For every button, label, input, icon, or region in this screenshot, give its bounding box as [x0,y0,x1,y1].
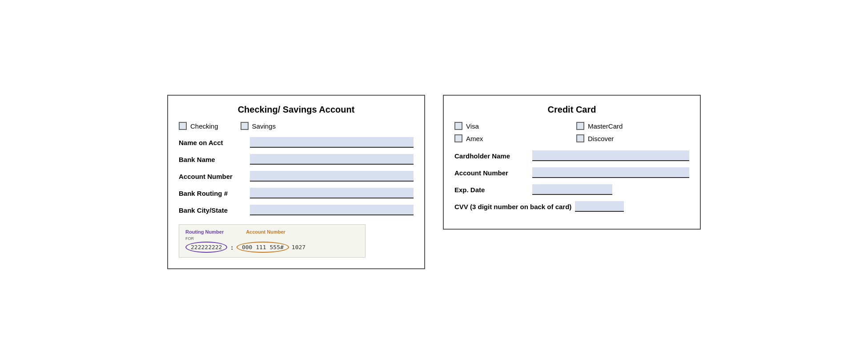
cc-account-number-row: Account Number [454,167,689,178]
name-on-acct-input[interactable] [250,137,414,148]
check-diagram: Routing Number Account Number FOR 222222… [179,224,366,258]
cvv-row: CVV (3 digit number on back of card) [454,201,689,212]
bank-routing-input[interactable] [250,188,414,198]
amex-checkbox[interactable] [454,134,462,142]
savings-label: Savings [252,122,276,130]
bank-city-state-input[interactable] [250,205,414,215]
card-type-checkboxes: Visa MasterCard Amex Discover [454,122,689,142]
discover-checkbox[interactable] [576,134,584,142]
checking-section-title: Checking/ Savings Account [179,105,414,115]
check-numbers: 222222222 : 000 111 555# 1027 [185,242,359,253]
amex-label: Amex [466,135,483,142]
checking-checkbox[interactable] [179,122,187,130]
exp-date-input[interactable] [532,184,612,195]
checking-savings-section: Checking/ Savings Account Checking Savin… [167,95,425,269]
savings-checkbox[interactable] [241,122,249,130]
check-for-line: FOR [185,236,359,241]
check-labels: Routing Number Account Number [185,229,359,235]
savings-checkbox-item[interactable]: Savings [241,122,276,130]
cvv-label: CVV (3 digit number on back of card) [454,203,571,210]
amex-checkbox-item[interactable]: Amex [454,134,567,142]
account-number-check-label: Account Number [246,229,285,235]
account-type-checkboxes: Checking Savings [179,122,414,130]
checking-label: Checking [190,122,218,130]
name-on-acct-label: Name on Acct [179,139,250,146]
check-end-number: 1027 [292,244,305,251]
bank-routing-row: Bank Routing # [179,188,414,198]
account-oval: 000 111 555# [237,242,289,253]
mastercard-checkbox-item[interactable]: MasterCard [576,122,689,130]
visa-checkbox[interactable] [454,122,462,130]
bank-routing-label: Bank Routing # [179,190,250,197]
cardholder-name-input[interactable] [532,150,689,161]
cardholder-name-row: Cardholder Name [454,150,689,161]
account-number-row: Account Number [179,171,414,182]
routing-number-label: Routing Number [185,229,224,235]
visa-checkbox-item[interactable]: Visa [454,122,567,130]
account-number-input[interactable] [250,171,414,182]
cardholder-name-label: Cardholder Name [454,152,532,160]
visa-label: Visa [466,122,479,130]
account-number-label: Account Number [179,173,250,180]
page-wrapper: Checking/ Savings Account Checking Savin… [167,95,701,269]
routing-oval: 222222222 [185,242,227,253]
cc-account-number-label: Account Number [454,169,532,177]
discover-label: Discover [588,135,614,142]
bank-name-input[interactable] [250,154,414,165]
checking-checkbox-item[interactable]: Checking [179,122,218,130]
discover-checkbox-item[interactable]: Discover [576,134,689,142]
cc-account-number-input[interactable] [532,167,689,178]
bank-city-state-label: Bank City/State [179,206,250,214]
mastercard-checkbox[interactable] [576,122,584,130]
credit-card-title: Credit Card [454,105,689,115]
mastercard-label: MasterCard [588,122,623,130]
bank-name-label: Bank Name [179,156,250,163]
name-on-acct-row: Name on Acct [179,137,414,148]
cvv-input[interactable] [575,201,624,212]
exp-date-label: Exp. Date [454,186,532,194]
bank-name-row: Bank Name [179,154,414,165]
bank-city-state-row: Bank City/State [179,205,414,215]
exp-date-row: Exp. Date [454,184,689,195]
credit-card-section: Credit Card Visa MasterCard Amex Discove… [443,95,701,230]
